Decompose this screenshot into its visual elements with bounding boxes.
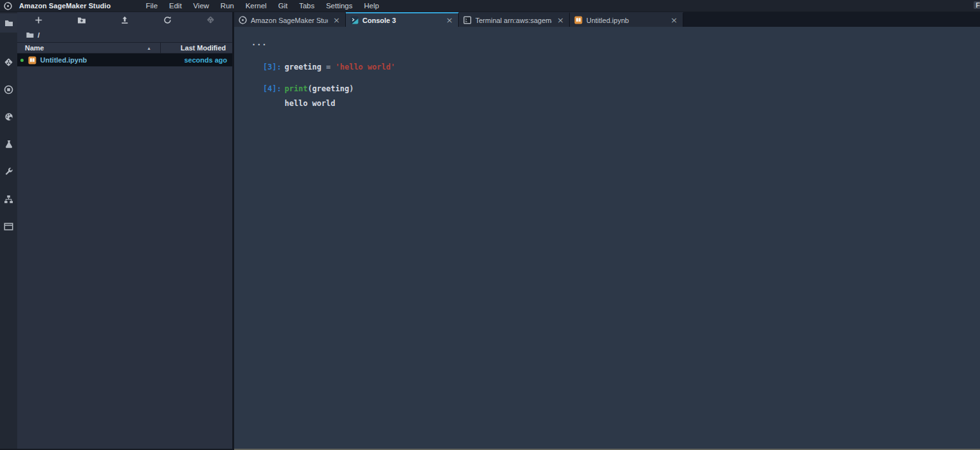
file-browser-panel: / Name ▲ Last Modified Untitled.ipynb: [17, 12, 234, 450]
console-icon: [350, 16, 359, 24]
main-dock-area: Amazon SageMaker Studio × Console 3 ×: [234, 12, 980, 450]
activity-sidebar: [0, 12, 17, 450]
refresh-icon: [163, 16, 172, 24]
file-browser-toolbar: [17, 12, 232, 27]
new-folder-button[interactable]: [60, 12, 103, 27]
console-panel[interactable]: ... [3]: greeting = 'hello world' [4]: p…: [234, 27, 980, 449]
tab-terminal[interactable]: Terminal arn:aws:sagemaker:a ×: [459, 12, 570, 27]
clipped-edge-element: F: [974, 1, 980, 9]
window-icon: [4, 222, 13, 231]
cell-output: hello world: [251, 99, 980, 108]
execution-prompt: [3]:: [263, 63, 282, 71]
notebook-icon: [574, 16, 583, 24]
network-icon: [4, 195, 13, 204]
code-line: print(greeting): [285, 84, 353, 93]
file-list-header: Name ▲ Last Modified: [17, 42, 232, 54]
tab-bar-empty-area: [683, 12, 980, 27]
notebook-file-icon: [28, 56, 36, 64]
console-cell: [3]: greeting = 'hello world': [251, 63, 980, 71]
sidebar-icon-command-palette[interactable]: [0, 107, 17, 126]
menu-items: File Edit View Run Kernel Git Tabs Setti…: [140, 0, 385, 12]
breadcrumb: /: [17, 27, 232, 42]
tab-sagemaker-studio[interactable]: Amazon SageMaker Studio ×: [234, 12, 346, 27]
sagemaker-logo-icon: [4, 2, 12, 10]
menu-kernel[interactable]: Kernel: [240, 0, 272, 12]
menu-run[interactable]: Run: [215, 0, 240, 12]
wrench-icon: [4, 167, 13, 176]
console-cell: [4]: print(greeting): [251, 84, 980, 93]
terminal-icon: [463, 16, 471, 24]
breadcrumb-root[interactable]: /: [38, 31, 40, 39]
code-line: greeting = 'hello world': [285, 63, 395, 71]
git-diamond-icon: [206, 15, 215, 24]
flask-icon: [4, 140, 13, 149]
menu-tabs[interactable]: Tabs: [293, 0, 320, 12]
menu-help[interactable]: Help: [359, 0, 385, 12]
refresh-button[interactable]: [146, 12, 189, 27]
menu-view[interactable]: View: [188, 0, 215, 12]
menu-file[interactable]: File: [140, 0, 164, 12]
stop-circle-icon: [4, 85, 13, 94]
execution-prompt: [4]:: [263, 84, 282, 93]
sort-ascending-icon: ▲: [147, 46, 151, 50]
tab-console-3[interactable]: Console 3 ×: [346, 12, 459, 27]
git-toolbar-button[interactable]: [189, 12, 232, 27]
file-list-empty-area[interactable]: [17, 66, 232, 449]
app-title: Amazon SageMaker Studio: [19, 2, 111, 10]
collapsed-cells-indicator[interactable]: ...: [251, 38, 980, 47]
sagemaker-logo-icon: [239, 16, 247, 24]
menu-edit[interactable]: Edit: [163, 0, 188, 12]
tab-untitled-ipynb[interactable]: Untitled.ipynb ×: [570, 12, 683, 27]
close-icon[interactable]: ×: [333, 16, 340, 24]
sidebar-icon-running-kernels[interactable]: [0, 80, 17, 99]
file-row-untitled-ipynb[interactable]: Untitled.ipynb seconds ago: [17, 54, 232, 66]
git-icon: [4, 57, 13, 67]
menu-settings[interactable]: Settings: [320, 0, 359, 12]
new-folder-icon: [77, 16, 86, 24]
sidebar-icon-open-tabs[interactable]: [0, 217, 17, 236]
sidebar-icon-file-browser[interactable]: [0, 13, 17, 33]
sagemaker-studio-window: Amazon SageMaker Studio File Edit View R…: [0, 0, 980, 450]
new-launcher-button[interactable]: [17, 12, 60, 27]
column-header-name[interactable]: Name ▲: [17, 43, 161, 53]
file-last-modified: seconds ago: [184, 56, 232, 64]
kernel-running-dot: [20, 59, 24, 62]
file-name: Untitled.ipynb: [40, 56, 87, 64]
sidebar-icon-experiments[interactable]: [0, 135, 17, 154]
sidebar-icon-build-tools[interactable]: [0, 162, 17, 181]
tab-bar: Amazon SageMaker Studio × Console 3 ×: [234, 12, 980, 27]
plus-icon: [34, 16, 43, 24]
folder-icon: [4, 19, 13, 27]
close-icon[interactable]: ×: [557, 16, 564, 24]
menu-bar: Amazon SageMaker Studio File Edit View R…: [0, 0, 980, 12]
upload-icon: [121, 16, 129, 24]
close-icon[interactable]: ×: [671, 16, 678, 24]
sidebar-icon-git[interactable]: [0, 52, 17, 71]
palette-icon: [4, 112, 13, 121]
menu-git[interactable]: Git: [272, 0, 293, 12]
folder-icon[interactable]: [26, 31, 34, 38]
column-header-last-modified[interactable]: Last Modified: [161, 42, 232, 54]
close-icon[interactable]: ×: [446, 16, 453, 24]
upload-button[interactable]: [103, 12, 146, 27]
sidebar-icon-pipelines[interactable]: [0, 190, 17, 209]
